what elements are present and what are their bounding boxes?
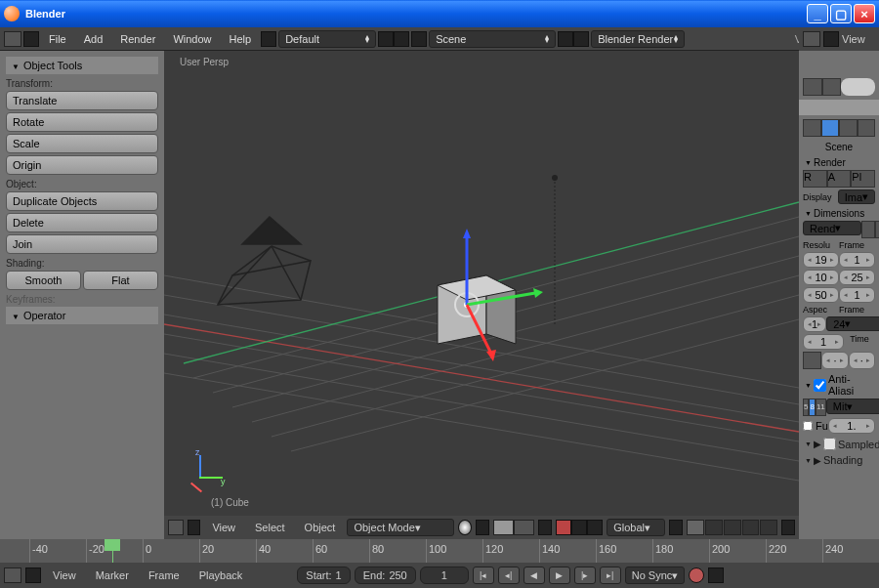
join-button[interactable]: Join <box>6 234 158 254</box>
close-button[interactable]: × <box>854 4 875 23</box>
aa-filter-dropdown[interactable]: Mit▾ <box>826 399 879 414</box>
prop-tab-scene[interactable] <box>839 119 858 137</box>
current-frame-field[interactable]: 1 <box>420 567 469 584</box>
snap-toggle-icon[interactable] <box>669 520 683 535</box>
scene-dropdown[interactable]: Scene▴▾ <box>429 30 556 48</box>
outliner-filter-icon-2[interactable] <box>822 78 842 96</box>
manipulator-toggle-icon[interactable] <box>538 520 552 535</box>
menu-window[interactable]: Window <box>165 31 219 47</box>
timeline-menu-view[interactable]: View <box>45 567 84 583</box>
border-toggle[interactable] <box>803 352 821 369</box>
delete-button[interactable]: Delete <box>6 213 158 232</box>
orientation-dropdown[interactable]: Global▾ <box>607 519 665 536</box>
aa-checkbox[interactable] <box>814 379 826 392</box>
manipulator-scale-icon[interactable] <box>587 520 603 535</box>
rotate-button[interactable]: Rotate <box>6 112 158 132</box>
prop-tab-render-layers[interactable] <box>821 119 840 137</box>
start-frame-field[interactable]: Start:1 <box>297 567 350 584</box>
fps-dropdown[interactable]: 24▾ <box>826 316 879 331</box>
3d-viewport[interactable]: User Persp (1) Cube zy <box>164 51 799 539</box>
render-image-button[interactable]: R <box>803 170 827 188</box>
3dview-collapse-icon[interactable] <box>188 520 201 535</box>
timeline-editor-type-icon[interactable] <box>4 567 21 583</box>
3dview-menu-view[interactable]: View <box>204 520 243 535</box>
duplicate-button[interactable]: Duplicate Objects <box>6 191 158 211</box>
auto-keyframe-icon[interactable] <box>689 567 704 583</box>
timeline-collapse-icon[interactable] <box>25 567 41 583</box>
menu-file[interactable]: File <box>41 31 74 47</box>
render-panel-header[interactable]: Render <box>803 155 875 170</box>
delete-scene-icon[interactable] <box>573 31 589 47</box>
delete-screen-icon[interactable] <box>394 31 409 47</box>
editor-type-icon[interactable] <box>4 31 21 47</box>
menu-add[interactable]: Add <box>76 31 111 47</box>
outliner-collapse-icon[interactable] <box>823 31 839 47</box>
manipulator-rotate-icon[interactable] <box>571 520 587 535</box>
manipulator-translate-icon[interactable] <box>556 520 571 535</box>
frame-end-field[interactable]: ◂25▸ <box>839 270 875 285</box>
timeline-menu-frame[interactable]: Frame <box>141 567 188 583</box>
frame-start-field[interactable]: ◂1▸ <box>839 252 875 268</box>
menu-help[interactable]: Help <box>222 31 260 47</box>
shading-mode-icon[interactable] <box>458 520 472 535</box>
screen-browse-icon[interactable] <box>261 31 276 47</box>
playhead[interactable] <box>112 539 113 563</box>
add-screen-icon[interactable] <box>378 31 394 47</box>
layer-grid[interactable] <box>687 520 777 535</box>
object-tools-header[interactable]: Object Tools <box>6 57 158 74</box>
collapse-menus-icon[interactable] <box>23 31 39 47</box>
render-border-icon[interactable] <box>781 520 795 535</box>
translate-button[interactable]: Translate <box>6 91 158 110</box>
jump-start-button[interactable]: |◂ <box>473 567 494 584</box>
add-preset-icon[interactable] <box>861 221 875 238</box>
time-new-field[interactable]: ◂·▸ <box>849 352 875 369</box>
keying-set-icon[interactable] <box>708 567 724 583</box>
render-presets-dropdown[interactable]: Rend▾ <box>803 221 861 235</box>
dimensions-panel-header[interactable]: Dimensions <box>803 206 875 221</box>
outliner-menu-view[interactable]: View <box>842 33 865 45</box>
origin-button[interactable]: Origin <box>6 155 158 175</box>
mode-dropdown[interactable]: Object Mode▾ <box>347 519 454 536</box>
aspect-y-field[interactable]: ◂1▸ <box>803 334 844 350</box>
render-anim-button[interactable]: A <box>827 170 852 188</box>
operator-header[interactable]: Operator <box>6 307 158 324</box>
filter-size-field[interactable]: ◂1.▸ <box>828 418 875 434</box>
keyframe-next-button[interactable]: |▸ <box>574 567 596 584</box>
end-frame-field[interactable]: End:250 <box>355 567 416 584</box>
jump-end-button[interactable]: ▸| <box>600 567 621 584</box>
3dview-menu-object[interactable]: Object <box>297 520 344 535</box>
outliner-slider[interactable] <box>841 78 875 96</box>
pivot-icon[interactable] <box>476 520 489 535</box>
res-y-field[interactable]: ◂10▸ <box>803 270 839 285</box>
minimize-button[interactable]: _ <box>807 4 828 23</box>
aa-11-button[interactable]: 11 <box>816 399 826 416</box>
res-pct-field[interactable]: ◂50▸ <box>803 287 839 303</box>
frame-step-field[interactable]: ◂1▸ <box>839 287 875 303</box>
scale-button[interactable]: Scale <box>6 134 158 153</box>
outliner-search[interactable] <box>799 100 879 115</box>
play-reverse-button[interactable]: ◀ <box>523 567 545 584</box>
display-mode-dropdown[interactable]: Ima▾ <box>838 189 875 204</box>
aa-panel-header[interactable]: Anti-Aliasi <box>803 371 875 399</box>
3dview-editor-type-icon[interactable] <box>168 520 184 535</box>
add-scene-icon[interactable] <box>558 31 573 47</box>
play-button[interactable]: ▶ <box>549 567 570 584</box>
full-sample-checkbox[interactable] <box>803 421 813 431</box>
menu-render[interactable]: Render <box>112 31 163 47</box>
timeline-ruler[interactable]: -40-20020406080100120140160180200220240 <box>0 539 879 563</box>
keyframe-prev-button[interactable]: ◂| <box>498 567 520 584</box>
res-x-field[interactable]: ◂19▸ <box>803 252 839 268</box>
prop-tab-render[interactable] <box>803 119 821 137</box>
remove-preset-icon[interactable] <box>875 221 879 238</box>
timeline-menu-marker[interactable]: Marker <box>88 567 137 583</box>
flat-button[interactable]: Flat <box>83 271 158 290</box>
sync-dropdown[interactable]: No Sync▾ <box>625 567 686 584</box>
outliner-editor-type-icon[interactable] <box>803 31 820 47</box>
maximize-button[interactable]: ▢ <box>830 4 852 23</box>
scene-browse-icon[interactable] <box>411 31 427 47</box>
render-engine-dropdown[interactable]: Blender Render▴▾ <box>591 30 685 48</box>
aspect-x-field[interactable]: ◂1▸ <box>803 316 826 332</box>
layer-buttons[interactable] <box>493 520 534 535</box>
render-audio-button[interactable]: Pl <box>851 170 875 188</box>
time-old-field[interactable]: ◂·▸ <box>821 352 848 369</box>
